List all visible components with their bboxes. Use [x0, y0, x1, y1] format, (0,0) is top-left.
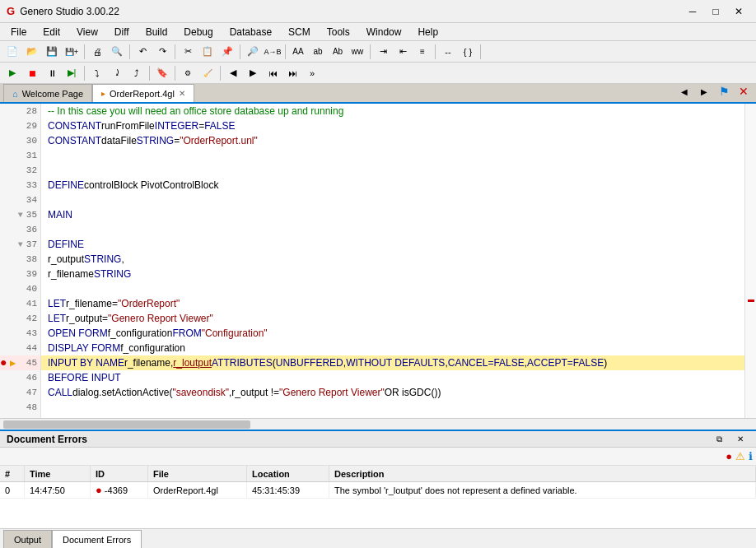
- tb-align-l[interactable]: ≡: [413, 43, 432, 61]
- tb-clean[interactable]: 🧹: [198, 64, 217, 82]
- line-num-32: 32: [0, 163, 40, 178]
- code-lines[interactable]: -- In this case you will need an office …: [41, 104, 744, 418]
- tb-step-out[interactable]: ⤴: [128, 64, 146, 82]
- tb-resume[interactable]: ▶|: [63, 64, 81, 82]
- line-num-41: 41: [0, 296, 40, 311]
- tb-cut[interactable]: ✂: [179, 43, 197, 61]
- tb-indent[interactable]: ⇥: [374, 43, 392, 61]
- line-num-43: 43: [0, 326, 40, 341]
- menu-database[interactable]: Database: [222, 24, 279, 40]
- menu-window[interactable]: Window: [359, 24, 409, 40]
- tb-nav-end[interactable]: ⏭: [283, 64, 301, 82]
- tb-save[interactable]: 💾: [43, 43, 61, 61]
- tb-nav-next[interactable]: ▶: [244, 64, 262, 82]
- tb-search[interactable]: 🔍: [108, 43, 126, 61]
- tb-step-over[interactable]: ⤸: [108, 64, 126, 82]
- tab-orderreport-icon: ▸: [101, 89, 105, 98]
- tb-paste[interactable]: 📌: [218, 43, 236, 61]
- tb-aa[interactable]: AA: [289, 43, 307, 61]
- tb-save-all[interactable]: 💾+: [63, 43, 81, 61]
- menu-edit[interactable]: Edit: [35, 24, 68, 40]
- menu-help[interactable]: Help: [410, 24, 446, 40]
- menu-build[interactable]: Build: [138, 24, 175, 40]
- line-numbers: 28 29 30 31 32 33 34 ▼35 36 ▼37 38 39 40…: [0, 104, 41, 418]
- code-line-28: -- In this case you will need an office …: [41, 104, 744, 118]
- line-num-34: 34: [0, 193, 40, 207]
- tb-copy[interactable]: 📋: [198, 43, 217, 61]
- sep2: [129, 44, 130, 59]
- tb-nav-prev[interactable]: ◀: [224, 64, 242, 82]
- code-line-45: INPUT BY NAME r_filename, r_loutput ATTR…: [41, 355, 744, 370]
- code-line-43: OPEN FORM f_configuration FROM "Configur…: [41, 326, 744, 341]
- col-num: #: [0, 466, 25, 481]
- doc-errors-title-label: Document Errors: [7, 434, 87, 445]
- sep9: [84, 66, 85, 81]
- code-scroll-area: 28 29 30 31 32 33 34 ▼35 36 ▼37 38 39 40…: [0, 104, 756, 418]
- menu-view[interactable]: View: [69, 24, 105, 40]
- tb-outdent[interactable]: ⇤: [394, 43, 412, 61]
- bottom-tab-doc-errors[interactable]: Document Errors: [52, 530, 142, 548]
- tab-orderreport-close[interactable]: ✕: [179, 89, 185, 98]
- menu-tools[interactable]: Tools: [320, 24, 357, 40]
- tb-aA[interactable]: Ab: [329, 43, 347, 61]
- err-location: 45:31:45:39: [247, 482, 329, 498]
- tb-more[interactable]: »: [303, 64, 321, 82]
- tab-orderreport[interactable]: ▸ OrderReport.4gl ✕: [92, 84, 194, 102]
- code-line-40: [41, 281, 744, 296]
- doc-errors-undock[interactable]: ⧉: [710, 430, 728, 448]
- col-id: ID: [91, 466, 148, 481]
- title-bar-left: G Genero Studio 3.00.22: [7, 5, 119, 17]
- col-location: Location: [247, 466, 329, 481]
- bottom-tab-output[interactable]: Output: [3, 530, 52, 548]
- line-num-36: 36: [0, 222, 40, 237]
- line-num-35: ▼35: [0, 207, 40, 222]
- bottom-tab-output-label: Output: [14, 535, 41, 545]
- close-button[interactable]: ✕: [728, 3, 749, 20]
- tb-print[interactable]: 🖨: [88, 43, 106, 61]
- tb-toggle-comment[interactable]: --: [439, 43, 457, 61]
- tb-find[interactable]: 🔎: [244, 43, 262, 61]
- tab-filter[interactable]: ⚑: [715, 82, 733, 100]
- tab-scroll-right[interactable]: ▶: [695, 82, 713, 100]
- doc-errors-close[interactable]: ✕: [731, 430, 749, 448]
- tb-pause[interactable]: ⏸: [43, 64, 61, 82]
- error-row-0[interactable]: 0 14:47:50 ●-4369 OrderReport.4gl 45:31:…: [0, 482, 756, 499]
- filter-warn-icon[interactable]: ⚠: [735, 450, 745, 462]
- tb-undo[interactable]: ↶: [133, 43, 152, 61]
- tb-build[interactable]: ⚙: [179, 64, 197, 82]
- tab-orderreport-label: OrderReport.4gl: [110, 89, 175, 99]
- maximize-button[interactable]: □: [705, 3, 726, 20]
- sep8: [480, 44, 481, 59]
- tb-replace[interactable]: A→B: [264, 43, 282, 61]
- tb-ab[interactable]: ab: [309, 43, 327, 61]
- tb-step-into[interactable]: ⤵: [88, 64, 106, 82]
- tab-scroll-left[interactable]: ◀: [675, 82, 693, 100]
- tb-ww[interactable]: ww: [348, 43, 366, 61]
- window-controls: ─ □ ✕: [682, 3, 749, 20]
- tb-stop[interactable]: ⏹: [23, 64, 41, 82]
- tb-brace[interactable]: { }: [459, 43, 477, 61]
- tb-open[interactable]: 📂: [23, 43, 41, 61]
- line-num-42: 42: [0, 311, 40, 326]
- tb-run[interactable]: ▶: [3, 64, 21, 82]
- err-id: ●-4369: [91, 482, 148, 498]
- h-scroll-thumb[interactable]: [3, 420, 250, 429]
- line-num-30: 30: [0, 133, 40, 148]
- sep7: [435, 44, 436, 59]
- tab-welcome[interactable]: ⌂ Welcome Page: [3, 84, 92, 102]
- minimize-button[interactable]: ─: [682, 3, 703, 20]
- filter-error-icon[interactable]: ●: [726, 450, 732, 462]
- tb-bookmark[interactable]: 🔖: [153, 64, 171, 82]
- menu-file[interactable]: File: [3, 24, 34, 40]
- menu-debug[interactable]: Debug: [176, 24, 220, 40]
- horizontal-scrollbar[interactable]: [0, 418, 756, 430]
- line-num-40: 40: [0, 281, 40, 296]
- menu-diff[interactable]: Diff: [107, 24, 137, 40]
- tb-redo[interactable]: ↷: [153, 43, 171, 61]
- filter-info-icon[interactable]: ℹ: [749, 450, 753, 462]
- menu-scm[interactable]: SCM: [281, 24, 318, 40]
- tab-close-all[interactable]: ✕: [735, 82, 753, 100]
- code-line-47: CALL dialog.setActionActive("saveondisk"…: [41, 385, 744, 400]
- tb-nav-home[interactable]: ⏮: [264, 64, 282, 82]
- tb-new[interactable]: 📄: [3, 43, 21, 61]
